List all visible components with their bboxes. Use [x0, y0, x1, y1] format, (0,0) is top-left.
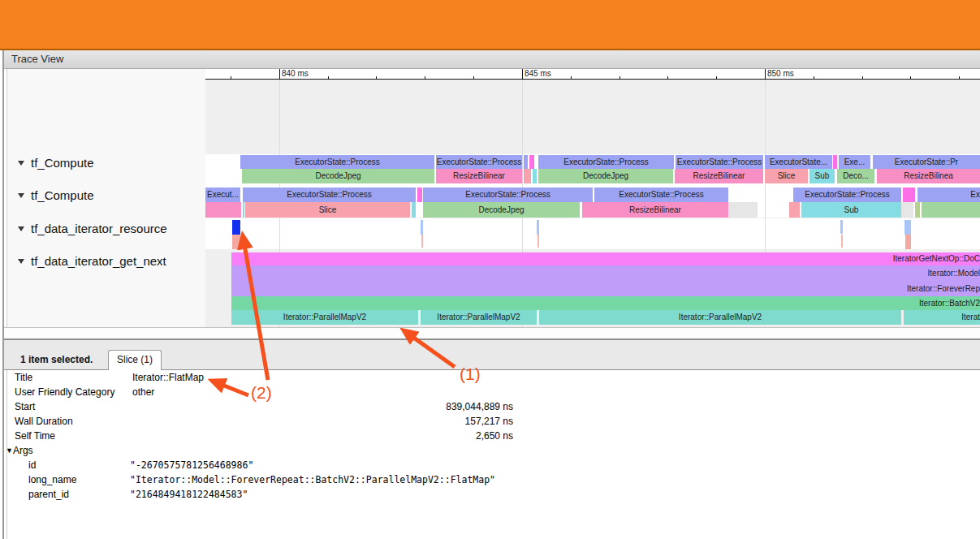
ruler-minor-tick — [716, 76, 717, 79]
trace-slice-marker[interactable] — [537, 220, 539, 235]
trace-slice[interactable]: Sub — [801, 202, 901, 218]
ruler-minor-tick — [862, 76, 863, 79]
trace-slice[interactable]: ExecutorState::Process — [676, 155, 763, 169]
trace-slice-marker[interactable] — [232, 235, 240, 249]
field-value-wall-duration: 157,217 ns — [351, 416, 513, 427]
trace-slice[interactable]: ResizeBilinea — [877, 169, 980, 183]
trace-slice[interactable]: Deco... — [837, 169, 874, 183]
trace-slice[interactable]: Iterator::ParallelMapV2 — [231, 310, 418, 325]
trace-slice[interactable]: ResizeBilinear — [582, 202, 728, 218]
trace-slice-marker[interactable] — [421, 235, 423, 248]
trace-slice[interactable] — [922, 202, 980, 218]
field-label-user-friendly-category: User Friendly Category — [15, 386, 114, 398]
trace-slice[interactable]: DecodeJpeg — [423, 202, 580, 218]
field-label-self-time: Self Time — [15, 430, 55, 442]
trace-slice[interactable]: Iterator::BatchV2 — [231, 296, 980, 310]
trace-slice-marker[interactable] — [537, 235, 539, 248]
splitter-handle[interactable] — [4, 328, 980, 338]
trace-slice[interactable]: ExecutorState::Process — [538, 155, 674, 169]
track-label: tf_data_iterator_get_next — [31, 254, 166, 268]
args-label: Args — [13, 445, 33, 456]
trace-slice[interactable]: Iterator::Model — [231, 265, 980, 281]
trace-slice[interactable] — [915, 202, 920, 218]
selection-status: 1 item selected. — [20, 351, 93, 369]
trace-slice[interactable]: ResizeBilinear — [436, 169, 522, 183]
track-toggle-tf_Compute[interactable]: tf_Compute — [7, 188, 205, 203]
ruler-minor-tick — [814, 76, 814, 79]
track-toggle-tf_Compute[interactable]: tf_Compute — [7, 156, 205, 170]
track-toggle-tf_data_iterator_resource[interactable]: tf_data_iterator_resource — [7, 222, 205, 236]
timeline-ruler[interactable]: 840 ms845 ms850 ms — [205, 69, 980, 80]
trace-viewer-window: Trace View tf_Computetf_Computetf_data_i… — [0, 0, 980, 539]
collapse-triangle-icon — [18, 193, 24, 198]
trace-slice[interactable]: ExecutorState::Process — [594, 188, 728, 202]
trace-slice[interactable]: ExecutorState::Pr — [873, 155, 980, 169]
trace-slice[interactable]: Slice — [245, 202, 410, 218]
track-label-sidebar: tf_Computetf_Computetf_data_iterator_res… — [7, 69, 205, 327]
trace-slice[interactable]: ExecutorState::Process — [436, 155, 522, 169]
trace-slice[interactable]: DecodeJpeg — [242, 169, 434, 183]
trace-slice-marker[interactable] — [840, 220, 843, 234]
collapse-triangle-icon — [18, 161, 24, 166]
trace-slice[interactable] — [417, 188, 422, 202]
tab-slice[interactable]: Slice (1) — [108, 350, 162, 370]
trace-slice[interactable] — [412, 202, 416, 218]
trace-slice[interactable] — [833, 155, 837, 169]
trace-slice[interactable]: Ex — [917, 188, 980, 202]
trace-slice[interactable]: Iterator::ParallelMapV2 — [539, 310, 901, 325]
trace-slice-marker[interactable] — [905, 235, 911, 249]
trace-slice[interactable]: Execut... — [205, 188, 240, 202]
ruler-tick-label: 840 ms — [282, 69, 309, 78]
ruler-minor-tick — [667, 76, 668, 79]
trace-slice[interactable]: ExecutorState::Process — [243, 188, 416, 202]
trace-slice[interactable] — [524, 169, 531, 183]
field-value-self-time: 2,650 ns — [351, 430, 513, 442]
panel-border — [6, 69, 7, 539]
window-border — [2, 50, 4, 539]
trace-slice[interactable] — [903, 188, 915, 202]
trace-slice-marker[interactable] — [421, 220, 423, 235]
trace-slice[interactable] — [529, 155, 534, 169]
trace-slice[interactable] — [243, 202, 244, 218]
trace-slice[interactable]: ExecutorState::Process — [240, 155, 434, 169]
trace-slice[interactable]: IteratorGetNextOp::DoC — [231, 252, 980, 265]
trace-slice[interactable]: ExecutorState::Process — [793, 188, 901, 202]
trace-slice[interactable] — [205, 202, 241, 218]
trace-slice[interactable] — [789, 202, 800, 218]
trace-view-title: Trace View — [11, 53, 63, 65]
arg-value-id: "-2670575781256468986" — [130, 459, 253, 471]
track-label: tf_data_iterator_resource — [31, 222, 167, 235]
trace-slice[interactable] — [728, 202, 758, 218]
collapse-triangle-icon: ▼ — [6, 446, 13, 455]
trace-slice[interactable] — [901, 202, 913, 218]
trace-slice[interactable]: Exe... — [839, 155, 870, 169]
ruler-tick-label: 845 ms — [525, 69, 551, 78]
ruler-minor-tick — [620, 76, 620, 79]
track-label: tf_Compute — [31, 156, 94, 170]
trace-slice-marker[interactable] — [904, 220, 911, 235]
trace-slice[interactable] — [533, 169, 537, 183]
track-toggle-tf_data_iterator_get_next[interactable]: tf_data_iterator_get_next — [7, 254, 205, 269]
ruler-major-tick — [522, 69, 523, 79]
collapse-triangle-icon — [18, 259, 24, 264]
trace-slice[interactable] — [524, 155, 528, 169]
ruler-minor-tick — [571, 76, 572, 79]
args-expander[interactable]: ▼Args — [6, 445, 33, 456]
trace-slice[interactable]: Sub — [809, 169, 835, 183]
trace-slice[interactable]: Iterator::ForeverRep — [231, 281, 980, 296]
trace-slice-marker[interactable] — [841, 235, 843, 248]
selected-slice[interactable] — [232, 220, 240, 235]
ruler-major-tick — [279, 69, 280, 79]
trace-slice[interactable]: Iterat — [904, 310, 980, 325]
ruler-minor-tick — [231, 76, 231, 79]
trace-slice[interactable]: Iterator::ParallelMapV2 — [421, 310, 537, 325]
trace-slice[interactable]: ResizeBilinear — [675, 169, 763, 183]
trace-slice[interactable]: DecodeJpeg — [538, 169, 673, 183]
trace-slice[interactable]: Slice — [765, 169, 808, 183]
trace-slice[interactable]: ExecutorState::Process — [423, 188, 593, 202]
field-label-title: Title — [15, 372, 32, 383]
field-value-title: Iterator::FlatMap — [132, 372, 204, 383]
trace-slice[interactable]: ExecutorState... — [765, 155, 832, 169]
ruler-major-tick — [765, 69, 766, 79]
field-label-wall-duration: Wall Duration — [15, 416, 73, 427]
